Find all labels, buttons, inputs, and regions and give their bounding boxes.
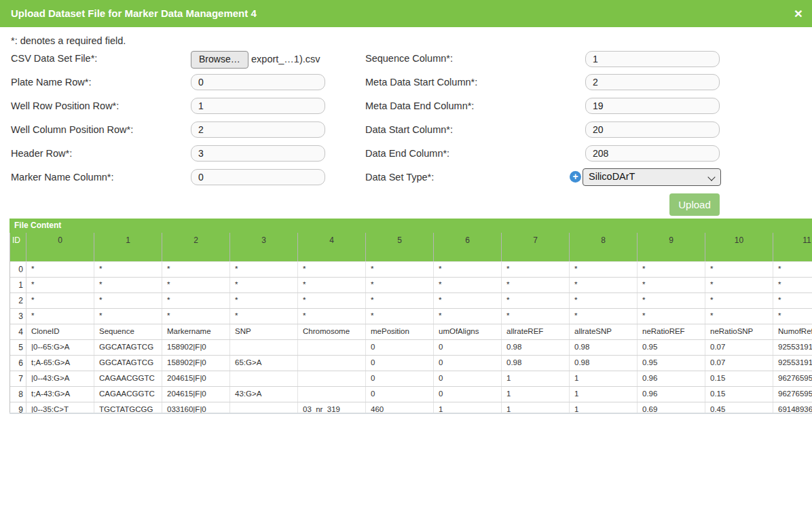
table-cell: * [162,293,230,308]
close-icon[interactable]: × [794,0,802,27]
table-cell: 204615|F|0 [162,387,230,402]
table-cell: 0.98 [502,356,570,371]
table-cell: 0 [434,387,502,402]
table-header-cell: 9 [638,233,705,261]
table-cell: * [366,293,434,308]
data-end-column-input[interactable] [585,145,720,162]
table-cell: 204615|F|0 [162,371,230,386]
data-set-type-label: Data Set Type*: [365,172,434,183]
plate-name-row-input[interactable] [191,74,325,90]
table-cell: * [366,262,434,277]
table-cell: 1 [570,402,638,414]
upload-button[interactable]: Upload [669,193,720,216]
table-cell [298,387,366,402]
upload-dataset-dialog: Upload Dataset File for Marker Data Mana… [0,0,812,528]
well-column-position-input[interactable] [191,121,325,138]
table-cell: 0 [434,371,502,386]
table-cell: 0.96 [638,371,705,386]
table-cell: SNP [230,324,298,339]
table-row-id-cell: 9 [10,402,26,414]
table-row: 4CloneIDSequenceMarkernameSNPChromosomem… [10,324,812,340]
table-cell: * [162,262,230,277]
sequence-column-label: Sequence Column*: [365,53,453,64]
table-cell: * [773,293,812,308]
table-cell: mePosition [366,324,434,339]
table-row: 9|0--35:C>TTGCTATGCGG033160|F|003_nr_319… [10,402,812,414]
table-cell: * [230,309,298,324]
table-cell: 1 [570,387,638,402]
table-cell: * [298,262,366,277]
browse-button[interactable]: Browse… [191,51,248,69]
table-cell: 158902|F|0 [162,356,230,371]
table-cell: * [162,309,230,324]
table-cell: 962765957 [773,371,812,386]
table-cell [230,402,298,414]
table-row: 1************ [10,278,812,293]
table-cell: t;A-65:G>A [26,356,94,371]
table-cell: * [638,293,705,308]
data-end-column-label: Data End Column*: [365,148,449,159]
well-row-position-input[interactable] [191,98,325,114]
table-header-cell: 6 [434,233,502,261]
table-header-cell: 7 [502,233,570,261]
table-cell: 0.98 [570,356,638,371]
table-cell: |0--43:G>A [26,371,94,386]
table-cell: allrateREF [502,324,570,339]
table-cell: * [434,278,502,293]
table-cell: * [638,278,705,293]
meta-data-start-input[interactable] [585,74,720,90]
table-cell [230,371,298,386]
header-row-label: Header Row*: [11,148,72,159]
table-header-cell: 3 [230,233,298,261]
table-cell: 033160|F|0 [162,402,230,414]
well-row-position-label: Well Row Position Row*: [11,100,119,111]
data-set-type-selected-value: SilicoDArT [589,171,635,182]
table-cell: 0 [366,356,434,371]
table-cell: 0 [366,340,434,355]
table-cell: neRatioREF [638,324,705,339]
table-cell: 0 [366,371,434,386]
table-row-id-cell: 4 [10,324,26,339]
well-column-position-label: Well Column Position Row*: [11,124,133,135]
csv-file-label: CSV Data Set File*: [11,53,97,64]
table-cell: 1 [502,387,570,402]
add-plus-icon[interactable]: + [570,171,581,183]
table-cell: 691489361 [773,402,812,414]
marker-name-column-input[interactable] [191,169,325,185]
table-cell: * [162,278,230,293]
table-header-cell: 8 [570,233,638,261]
table-cell: * [570,262,638,277]
table-cell: * [502,309,570,324]
table-cell: 43:G>A [230,387,298,402]
file-content-table-wrapper: ID012345678910110************1**********… [10,233,812,414]
table-row-id-cell: 8 [10,387,26,402]
table-cell: NumofRefs [773,324,812,339]
table-cell: 1 [570,371,638,386]
table-cell: 158902|F|0 [162,340,230,355]
table-cell: 0.98 [502,340,570,355]
table-cell: 03_nr_319_ [298,402,366,414]
table-cell: * [638,309,705,324]
selected-file-name: export_…1).csv [251,54,320,64]
table-cell: * [230,278,298,293]
table-cell: * [94,262,162,277]
meta-data-start-label: Meta Data Start Column*: [365,77,477,88]
table-cell: * [570,293,638,308]
table-cell: 0 [434,340,502,355]
header-row-input[interactable] [191,145,325,162]
sequence-column-input[interactable] [585,51,720,67]
table-cell: CloneID [26,324,94,339]
table-cell: 925531914 [773,356,812,371]
file-content-table: ID012345678910110************1**********… [10,233,812,414]
table-cell: 0.15 [705,371,773,386]
table-row-id-cell: 3 [10,309,26,324]
table-cell: 1 [502,402,570,414]
table-cell: Sequence [94,324,162,339]
data-set-type-select[interactable]: SilicoDArT [583,168,721,186]
table-cell: 0 [434,356,502,371]
meta-data-end-input[interactable] [585,98,720,114]
table-row-id-cell: 6 [10,356,26,371]
table-cell: 0.07 [705,340,773,355]
table-row-id-cell: 7 [10,371,26,386]
data-start-column-input[interactable] [585,121,720,138]
